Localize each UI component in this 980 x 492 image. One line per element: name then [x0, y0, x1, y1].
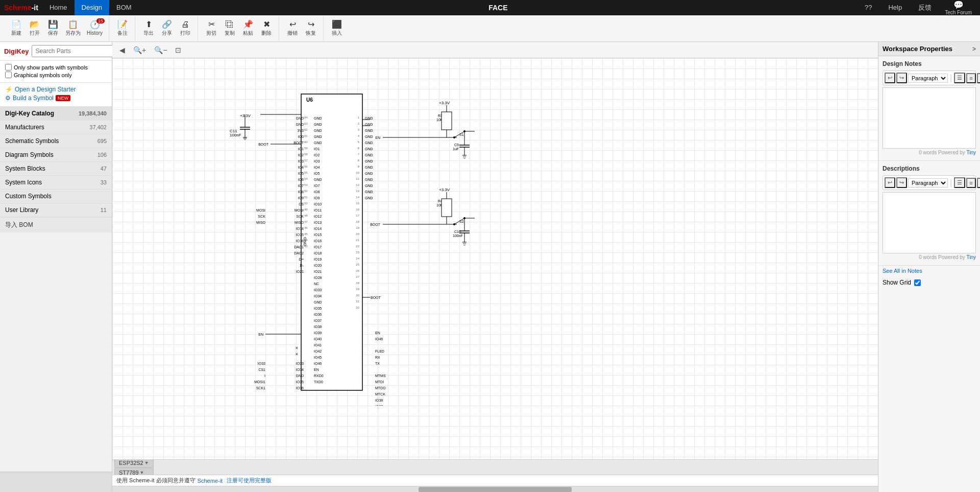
parts-item-system-icons[interactable]: System Icons33 [0, 176, 112, 190]
print-button[interactable]: 🖨 打印 [176, 17, 194, 40]
filter-graphical-checkbox[interactable] [5, 72, 12, 78]
svg-text:EN: EN [258, 333, 263, 336]
svg-text:GND: GND [314, 135, 322, 138]
svg-text:BOOT: BOOT [258, 143, 269, 146]
catalog-item[interactable]: Digi-Key Catalog 19,384,340 [0, 107, 112, 121]
hscroll-thumb[interactable] [419, 487, 572, 492]
undo-button[interactable]: ↩ 撤销 [283, 17, 302, 40]
parts-item-diagram-symbols[interactable]: Diagram Symbols106 [0, 148, 112, 162]
saveas-button[interactable]: 📋 另存为 [62, 17, 84, 40]
saveas-label: 另存为 [65, 30, 81, 37]
svg-text:MTCK: MTCK [375, 392, 385, 396]
cut-label: 剪切 [206, 30, 216, 37]
list-btn-2[interactable]: ☰ [954, 177, 965, 188]
svg-text:54: 54 [304, 177, 308, 180]
nav-help[interactable]: Help [881, 0, 909, 15]
main-layout: DigiKey 🔍 Only show parts with symbols G… [0, 42, 980, 492]
see-all-notes-link[interactable]: See All in Notes [878, 266, 980, 276]
svg-text:IO7: IO7 [314, 184, 320, 188]
status-link1[interactable]: Scheme-it [198, 478, 223, 484]
olist-btn-1[interactable]: ≡ [966, 73, 975, 83]
right-panel-collapse-btn[interactable]: > [972, 45, 976, 53]
undo-editor-btn[interactable]: ↩ [885, 73, 895, 83]
undo-icon: ↩ [289, 20, 296, 29]
redo-editor-btn-2[interactable]: ↪ [896, 177, 907, 188]
tiny-link-2[interactable]: Tiny [966, 254, 976, 260]
tech-forum-btn[interactable]: 💬 Tech Forum [941, 0, 976, 15]
parts-item-manufacturers[interactable]: Manufacturers37,402 [0, 121, 112, 134]
tiny-link-1[interactable]: Tiny [966, 150, 976, 155]
bom-import[interactable]: 导入 BOM [0, 217, 112, 232]
paste-button[interactable]: 📌 粘贴 [239, 17, 257, 40]
hscroll[interactable] [112, 486, 878, 492]
nav-design[interactable]: Design [75, 0, 109, 15]
open-design-starter-link[interactable]: ⚡ Open a Design Starter [5, 86, 107, 93]
olist-btn-2[interactable]: ≡ [966, 178, 975, 188]
toolbar-group-insert: ⬛ 插入 [325, 16, 349, 41]
parts-item-count: 33 [101, 179, 107, 185]
nav-help-icon[interactable]: ?? [857, 0, 879, 15]
zoom-out-btn[interactable]: 🔍− [151, 44, 170, 56]
parts-item-user-library[interactable]: User Library11 [0, 203, 112, 217]
catalog-label: Digi-Key Catalog [5, 110, 54, 117]
save-button[interactable]: 💾 保存 [44, 17, 62, 40]
svg-text:BOOT: BOOT [370, 223, 381, 226]
svg-text:22: 22 [356, 245, 359, 248]
list-btn-1[interactable]: ☰ [954, 73, 965, 83]
svg-text:GND: GND [365, 196, 373, 200]
open-button[interactable]: 📂 打开 [26, 17, 44, 40]
svg-text:47: 47 [304, 220, 308, 223]
descriptions-editor[interactable] [883, 192, 976, 253]
paragraph-select-1[interactable]: Paragraph [908, 74, 948, 83]
canvas-toolbar: ◀ 🔍+ 🔍− ⊡ [112, 42, 878, 58]
collapse-sidebar-btn[interactable]: ◀ [116, 44, 128, 56]
delete-label: 删除 [261, 30, 272, 37]
bold-btn-2[interactable]: B [977, 178, 980, 188]
svg-text:61: 61 [304, 134, 308, 137]
export-label: 导出 [143, 30, 154, 37]
nav-bom[interactable]: BOM [109, 0, 139, 15]
nav-feedback[interactable]: 反馈 [911, 0, 939, 15]
cut-button[interactable]: ✂ 剪切 [202, 17, 220, 40]
show-grid-checkbox[interactable] [914, 279, 921, 286]
status-link2[interactable]: 注册可使用完整版 [227, 477, 272, 484]
sidebar: DigiKey 🔍 Only show parts with symbols G… [0, 42, 112, 492]
build-symbol-link[interactable]: ⚙ Build a Symbol NEW [5, 95, 107, 102]
delete-button[interactable]: ✖ 删除 [257, 17, 276, 40]
search-input[interactable] [32, 46, 115, 56]
undo-editor-btn-2[interactable]: ↩ [885, 177, 895, 188]
bold-btn-1[interactable]: B [977, 73, 980, 83]
redo-editor-btn[interactable]: ↪ [896, 73, 907, 83]
design-notes-editor[interactable] [883, 87, 976, 149]
fit-btn[interactable]: ⊡ [172, 44, 184, 56]
redo-button[interactable]: ↪ 恢复 [302, 17, 320, 40]
export-button[interactable]: ⬆ 导出 [139, 17, 158, 40]
insert-button[interactable]: ⬛ 插入 [328, 17, 346, 40]
tab-dropdown-arrow[interactable]: ▼ [144, 460, 149, 465]
filter-with-symbols-label[interactable]: Only show parts with symbols [5, 64, 107, 71]
filter-with-symbols-checkbox[interactable] [5, 64, 12, 71]
svg-text:FLED: FLED [375, 349, 384, 353]
history-button[interactable]: 🕐 15 History [84, 17, 106, 40]
parts-item-system-blocks[interactable]: System Blocks47 [0, 162, 112, 176]
note-icon: 📝 [117, 20, 128, 29]
svg-text:13: 13 [356, 190, 359, 193]
paragraph-select-2[interactable]: Paragraph [908, 178, 948, 188]
svg-text:✕: ✕ [295, 352, 299, 357]
parts-items-container: Manufacturers37,402Schematic Symbols695D… [0, 121, 112, 217]
parts-item-schematic-symbols[interactable]: Schematic Symbols695 [0, 134, 112, 148]
note-button[interactable]: 📝 备注 [113, 17, 132, 40]
copy-button[interactable]: ⿻ 复制 [220, 17, 239, 40]
svg-text:GND: GND [314, 300, 322, 304]
svg-text:IO45: IO45 [314, 356, 322, 359]
zoom-in-btn[interactable]: 🔍+ [130, 44, 149, 56]
nav-home[interactable]: Home [42, 0, 75, 15]
status-bar: 使用 Scheme-it 必须同意并遵守 Scheme-it 注册可使用完整版 [112, 475, 878, 486]
schematic-canvas[interactable]: U6 GND +3.3V C11 100nF GND GND [112, 58, 878, 459]
parts-item-custom-symbols[interactable]: Custom Symbols [0, 190, 112, 203]
note-label: 备注 [117, 30, 128, 37]
share-button[interactable]: 🔗 分享 [158, 17, 176, 40]
filter-graphical-label[interactable]: Graphical symbols only [5, 72, 107, 78]
svg-text:IO33: IO33 [258, 362, 265, 365]
new-button[interactable]: 📄 新建 [7, 17, 26, 40]
